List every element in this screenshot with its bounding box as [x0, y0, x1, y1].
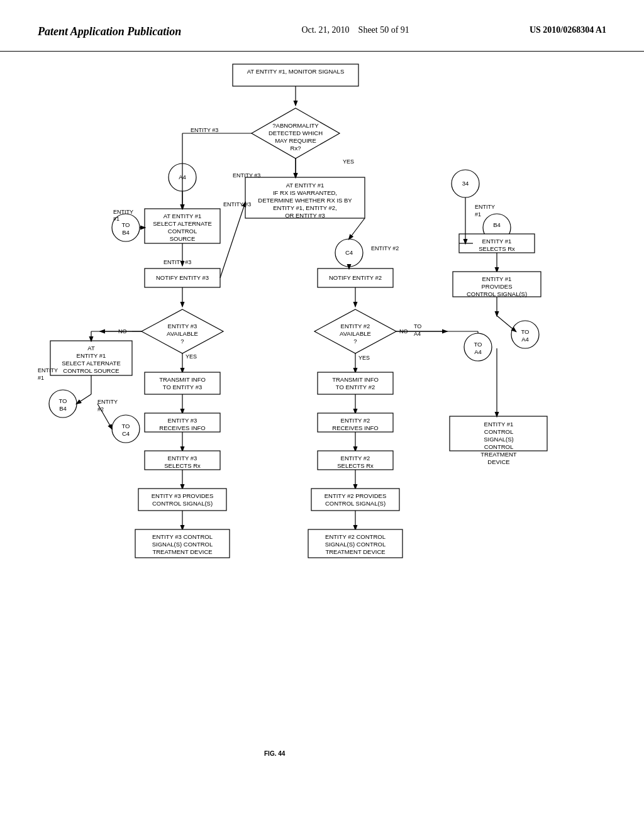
svg-text:#1: #1 [475, 211, 481, 218]
svg-text:ENTITY #2: ENTITY #2 [341, 455, 370, 462]
svg-text:B4: B4 [493, 221, 501, 228]
svg-text:AT ENTITY #1, MONITOR SIGNALS: AT ENTITY #1, MONITOR SIGNALS [247, 68, 345, 75]
svg-text:SIGNAL(S) CONTROL: SIGNAL(S) CONTROL [152, 541, 213, 548]
svg-text:NOTIFY ENTITY #3: NOTIFY ENTITY #3 [156, 274, 209, 281]
svg-text:A4: A4 [474, 348, 482, 355]
svg-text:YES: YES [358, 355, 370, 361]
svg-text:RECEIVES INFO: RECEIVES INFO [159, 424, 205, 431]
svg-text:CONTROL: CONTROL [484, 443, 513, 450]
svg-text:ENTITY #3: ENTITY #3 [164, 259, 191, 265]
svg-text:?: ? [180, 338, 184, 345]
page: Patent Application Publication Oct. 21, … [0, 0, 644, 830]
svg-text:SELECTS Rx: SELECTS Rx [337, 462, 374, 469]
svg-text:ENTITY #3: ENTITY #3 [168, 323, 197, 329]
flowchart-svg: text { font-family: Arial, sans-serif; f… [0, 52, 644, 787]
patent-number: US 2010/0268304 A1 [530, 25, 606, 35]
svg-text:C4: C4 [122, 430, 130, 437]
svg-line-64 [220, 202, 245, 278]
svg-text:SELECT ALTERNATE: SELECT ALTERNATE [153, 220, 211, 227]
svg-text:RECEIVES INFO: RECEIVES INFO [332, 424, 378, 431]
svg-text:ENTITY #1: ENTITY #1 [77, 352, 106, 359]
svg-text:AT: AT [87, 345, 95, 351]
svg-text:AT ENTITY #1: AT ENTITY #1 [164, 213, 202, 219]
svg-line-85 [497, 316, 516, 331]
svg-text:TO: TO [474, 341, 482, 348]
svg-text:TRANSMIT INFO: TRANSMIT INFO [159, 376, 206, 383]
svg-text:TRANSMIT INFO: TRANSMIT INFO [332, 376, 379, 383]
svg-text:TREATMENT: TREATMENT [480, 451, 517, 458]
svg-text:ENTITY #3: ENTITY #3 [191, 127, 218, 133]
svg-text:ENTITY #2 CONTROL: ENTITY #2 CONTROL [325, 533, 386, 540]
svg-text:C4: C4 [345, 249, 353, 256]
svg-text:SELECTS Rx: SELECTS Rx [164, 462, 201, 469]
svg-line-96 [349, 218, 365, 239]
svg-text:SIGNAL(S): SIGNAL(S) [484, 436, 514, 443]
svg-text:TO: TO [121, 423, 130, 429]
svg-text:TREATMENT DEVICE: TREATMENT DEVICE [152, 548, 212, 555]
svg-text:?ABNORMALITY: ?ABNORMALITY [272, 122, 319, 129]
svg-text:TO ENTITY #2: TO ENTITY #2 [336, 384, 375, 390]
svg-text:CONTROL SOURCE: CONTROL SOURCE [63, 367, 119, 374]
svg-text:ENTITY #2: ENTITY #2 [341, 417, 370, 424]
svg-text:#1: #1 [38, 375, 44, 381]
svg-text:DEVICE: DEVICE [487, 458, 509, 465]
svg-text:SIGNAL(S) CONTROL: SIGNAL(S) CONTROL [325, 541, 386, 548]
svg-text:DETECTED WHICH: DETECTED WHICH [269, 130, 323, 136]
svg-text:B4: B4 [122, 229, 130, 236]
svg-text:MAY REQUIRE: MAY REQUIRE [275, 137, 316, 144]
svg-line-151 [97, 404, 112, 429]
svg-text:YES: YES [186, 353, 197, 360]
svg-text:?: ? [353, 338, 357, 345]
sheet: Sheet 50 of 91 [358, 25, 409, 35]
date: Oct. 21, 2010 [301, 25, 349, 35]
svg-text:ENTITY #2: ENTITY #2 [371, 245, 399, 252]
svg-text:34: 34 [462, 180, 469, 187]
svg-text:SELECTS Rx: SELECTS Rx [479, 245, 515, 252]
svg-text:TO: TO [521, 328, 529, 335]
svg-line-145 [77, 394, 91, 404]
svg-text:TREATMENT DEVICE: TREATMENT DEVICE [325, 548, 385, 555]
svg-text:TO ENTITY #3: TO ENTITY #3 [163, 384, 202, 390]
diagram-container: text { font-family: Arial, sans-serif; f… [0, 52, 644, 787]
svg-text:ENTITY #3: ENTITY #3 [233, 172, 260, 179]
svg-text:ENTITY #2 PROVIDES: ENTITY #2 PROVIDES [325, 492, 387, 499]
svg-text:TO: TO [414, 323, 421, 329]
svg-text:FIG. 44: FIG. 44 [264, 750, 286, 757]
svg-text:ENTITY: ENTITY [97, 399, 118, 405]
header: Patent Application Publication Oct. 21, … [0, 0, 644, 52]
svg-text:#1: #1 [113, 216, 119, 222]
svg-text:IF RX IS WARRANTED,: IF RX IS WARRANTED, [273, 189, 337, 196]
svg-text:NOTIFY ENTITY #2: NOTIFY ENTITY #2 [329, 274, 382, 281]
svg-text:ENTITY #3: ENTITY #3 [168, 417, 197, 424]
svg-text:OR ENTITY #3: OR ENTITY #3 [285, 212, 325, 219]
svg-text:ENTITY #3: ENTITY #3 [223, 201, 251, 208]
svg-text:ENTITY #3 PROVIDES: ENTITY #3 PROVIDES [152, 492, 214, 499]
svg-text:ENTITY #1: ENTITY #1 [482, 275, 512, 282]
svg-text:ENTITY #1: ENTITY #1 [482, 238, 512, 245]
svg-text:A4: A4 [521, 336, 529, 343]
svg-text:TO: TO [121, 221, 130, 228]
svg-text:CONTROL SIGNAL(S): CONTROL SIGNAL(S) [152, 500, 213, 507]
svg-text:ENTITY #2: ENTITY #2 [341, 323, 370, 329]
svg-text:CONTROL: CONTROL [484, 428, 513, 435]
svg-text:ENTITY #1: ENTITY #1 [484, 421, 514, 428]
svg-text:SOURCE: SOURCE [170, 235, 196, 242]
svg-text:ENTITY: ENTITY [113, 209, 133, 215]
header-center: Oct. 21, 2010 Sheet 50 of 91 [301, 25, 409, 35]
svg-text:CONTROL SIGNAL(S): CONTROL SIGNAL(S) [467, 290, 527, 297]
svg-text:DETERMINE WHETHER RX IS BY: DETERMINE WHETHER RX IS BY [258, 197, 352, 204]
svg-text:Rx?: Rx? [291, 145, 301, 152]
svg-text:ENTITY #1, ENTITY #2,: ENTITY #1, ENTITY #2, [273, 204, 337, 211]
svg-text:ENTITY #3: ENTITY #3 [168, 455, 197, 462]
svg-text:CONTROL SIGNAL(S): CONTROL SIGNAL(S) [325, 500, 386, 507]
svg-text:TO: TO [58, 397, 67, 404]
svg-text:ENTITY #3 CONTROL: ENTITY #3 CONTROL [152, 533, 213, 540]
svg-text:ENTITY: ENTITY [38, 367, 58, 374]
svg-text:AVAILABLE: AVAILABLE [167, 330, 198, 337]
svg-text:AT ENTITY #1: AT ENTITY #1 [286, 182, 325, 189]
svg-text:SELECT ALTERNATE: SELECT ALTERNATE [62, 360, 120, 367]
svg-text:CONTROL: CONTROL [168, 228, 197, 235]
svg-text:YES: YES [343, 158, 354, 165]
svg-text:AVAILABLE: AVAILABLE [340, 330, 371, 337]
svg-text:ENTITY: ENTITY [475, 204, 495, 210]
